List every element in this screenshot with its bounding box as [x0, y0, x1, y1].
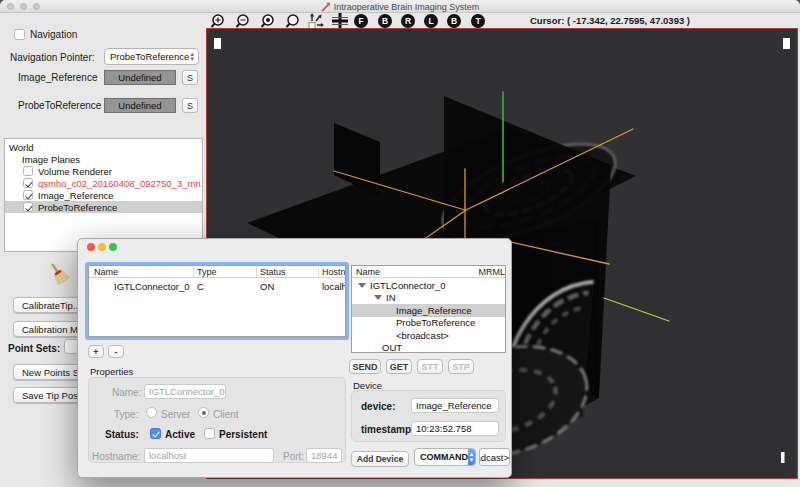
- io-in-row[interactable]: IN: [352, 292, 505, 305]
- broadcast-dropdown-value: <broadcast>: [479, 452, 509, 463]
- add-device-button[interactable]: Add Device: [351, 451, 409, 467]
- toolbar: F B R L B T Cursor: ( -17.342, 22.7595, …: [0, 13, 800, 29]
- get-button[interactable]: GET: [386, 359, 412, 374]
- connectors-table-header: Name Type Status Hostname: [89, 266, 345, 278]
- chevron-updown-icon: ▲▼: [189, 52, 195, 62]
- command-dropdown-value: COMMAND: [415, 452, 468, 462]
- active-checkbox-label: Active: [165, 429, 195, 440]
- device-field[interactable]: Image_Reference: [411, 398, 499, 413]
- server-radio[interactable]: [146, 407, 157, 418]
- connectors-table[interactable]: Name Type Status Hostname IGTLConnector_…: [88, 265, 346, 337]
- timestamp-field[interactable]: 10:23:52.758: [411, 421, 499, 436]
- zoom-focus-icon[interactable]: [260, 13, 278, 29]
- io-image-reference-row[interactable]: Image_Reference: [352, 304, 505, 317]
- name-label: Name:: [112, 387, 141, 398]
- io-tree-header: Name MRML: [352, 266, 505, 278]
- image-reference-label: Image_Reference: [18, 72, 98, 83]
- zoom-out-icon[interactable]: [235, 13, 253, 29]
- persistent-checkbox-label: Persistent: [219, 429, 267, 440]
- add-connector-button[interactable]: +: [88, 345, 104, 358]
- mri-volume-checkbox[interactable]: [23, 178, 33, 188]
- io-probe-to-reference-row[interactable]: ProbeToReference: [352, 317, 505, 330]
- pan-view-icon[interactable]: [308, 13, 326, 29]
- dialog-zoom-button[interactable]: [109, 243, 117, 251]
- command-dropdown[interactable]: COMMAND ▲▼: [414, 448, 476, 466]
- titlebar: Intraoperative Brain Imaging System: [0, 0, 800, 13]
- disclosure-icon[interactable]: [374, 295, 382, 300]
- chevron-updown-icon: ▲▼: [468, 449, 475, 465]
- tree-item-volume-renderer[interactable]: Volume Renderer: [5, 165, 202, 177]
- send-button[interactable]: SEND: [349, 359, 381, 374]
- tree-item-probe-to-reference[interactable]: ProbeToReference: [5, 201, 202, 213]
- name-field[interactable]: IGTLConnector_0: [144, 384, 226, 399]
- view-front-button[interactable]: F: [354, 14, 368, 28]
- client-radio-label: Client: [213, 409, 239, 420]
- crosshair-icon[interactable]: [330, 13, 348, 29]
- volume-renderer-checkbox[interactable]: [23, 166, 33, 176]
- io-broadcast-row[interactable]: <broadcast>: [352, 329, 505, 342]
- igtl-connection-dialog: Name Type Status Hostname IGTLConnector_…: [77, 238, 512, 478]
- port-label: Port:: [283, 451, 304, 462]
- io-tree-table[interactable]: Name MRML IGTLConnector_0 IN Image_Refer…: [351, 265, 506, 353]
- device-label: device:: [361, 401, 395, 412]
- navigation-checkbox[interactable]: [14, 29, 25, 40]
- type-label: Type:: [114, 409, 138, 420]
- tree-item-world[interactable]: World: [5, 141, 202, 153]
- navigation-label: Navigation: [30, 29, 77, 40]
- probe-to-reference-checkbox[interactable]: [23, 202, 33, 212]
- stp-button[interactable]: STP: [448, 359, 474, 374]
- probe-to-reference-label: ProbeToReference: [18, 100, 101, 111]
- navigation-pointer-dropdown[interactable]: ProbeToReference ▲▼: [104, 48, 199, 65]
- timestamp-label: timestamp:: [361, 424, 414, 435]
- navigation-pointer-label: Navigation Pointer:: [10, 52, 95, 63]
- title-area: Intraoperative Brain Imaging System: [0, 0, 800, 13]
- main-window: Intraoperative Brain Imaging System: [0, 0, 800, 487]
- point-sets-label: Point Sets:: [8, 343, 60, 354]
- view-left-button[interactable]: L: [424, 14, 438, 28]
- status-label: Status:: [105, 429, 139, 440]
- image-reference-checkbox[interactable]: [23, 190, 33, 200]
- hostname-label: Hostname:: [92, 451, 140, 462]
- dialog-minimize-button[interactable]: [98, 243, 106, 251]
- dialog-close-button[interactable]: [87, 243, 95, 251]
- image-reference-s-button[interactable]: S: [182, 70, 198, 85]
- broom-icon: [46, 261, 70, 285]
- window-title: Intraoperative Brain Imaging System: [334, 2, 480, 12]
- dart-icon: [321, 2, 331, 12]
- navigation-pointer-value: ProbeToReference: [110, 51, 189, 62]
- probe-to-reference-s-button[interactable]: S: [182, 98, 198, 113]
- tree-item-image-planes[interactable]: Image Planes: [5, 153, 202, 165]
- disclosure-icon[interactable]: [358, 283, 366, 288]
- server-radio-label: Server: [161, 409, 190, 420]
- broadcast-dropdown[interactable]: <broadcast>: [479, 448, 510, 466]
- io-connector-row[interactable]: IGTLConnector_0: [352, 279, 505, 292]
- cursor-coordinates: Cursor: ( -17.342, 22.7595, 47.0393 ): [530, 15, 690, 26]
- tree-item-image-reference[interactable]: Image_Reference: [5, 189, 202, 201]
- port-field[interactable]: 18944: [306, 448, 342, 463]
- image-reference-status-button[interactable]: Undefined: [104, 70, 176, 85]
- probe-to-reference-status-button[interactable]: Undefined: [104, 98, 176, 113]
- view-bottom-button[interactable]: B: [447, 14, 461, 28]
- properties-group-label: Properties: [90, 366, 133, 377]
- persistent-checkbox[interactable]: [204, 428, 215, 439]
- view-top-button[interactable]: T: [471, 14, 485, 28]
- scene-tree: World Image Planes Volume Renderer qsmho…: [4, 138, 203, 252]
- io-out-row[interactable]: OUT: [352, 342, 505, 354]
- zoom-in-icon[interactable]: [210, 13, 228, 29]
- zoom-area-icon[interactable]: [285, 13, 303, 29]
- remove-connector-button[interactable]: -: [108, 345, 124, 358]
- tree-item-mri-volume[interactable]: qsmho_c02_20160408_092750_3_mri.mnc: [5, 177, 202, 189]
- view-back-button[interactable]: B: [378, 14, 392, 28]
- active-checkbox[interactable]: [150, 428, 161, 439]
- point-sets-dropdown-partial[interactable]: [64, 339, 78, 354]
- hostname-field[interactable]: localhost: [144, 448, 274, 463]
- stt-button[interactable]: STT: [417, 359, 443, 374]
- view-right-button[interactable]: R: [401, 14, 415, 28]
- client-radio[interactable]: [198, 407, 209, 418]
